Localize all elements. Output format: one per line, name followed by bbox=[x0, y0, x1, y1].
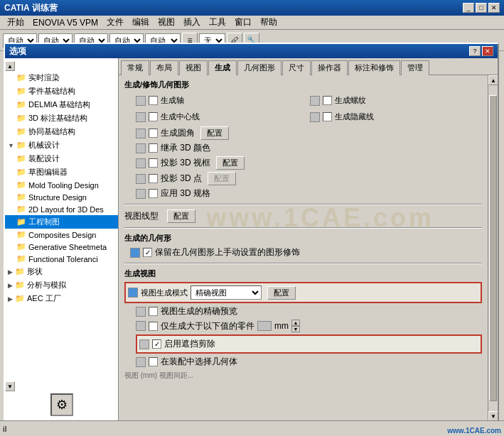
menu-bar: 开始 ENOVIA V5 VPM 文件 编辑 视图 插入 工具 窗口 帮助 bbox=[0, 16, 504, 30]
icon-occlusion bbox=[139, 339, 149, 349]
tab-operator[interactable]: 操作器 bbox=[311, 60, 348, 75]
section-generated-geo-title: 生成的几何形 bbox=[124, 233, 482, 244]
tree-item-collab[interactable]: 📁 协同基础结构 bbox=[5, 125, 118, 138]
menu-help[interactable]: 帮助 bbox=[256, 16, 282, 29]
tree-folder-icon: 📁 bbox=[16, 127, 26, 136]
tree-folder-icon: 📁 bbox=[15, 294, 25, 303]
icon-unit bbox=[257, 321, 272, 331]
tab-generate[interactable]: 生成 bbox=[208, 60, 237, 75]
tree-folder-icon: 📁 bbox=[16, 114, 26, 123]
tab-dimension[interactable]: 尺寸 bbox=[282, 60, 311, 75]
menu-start[interactable]: 开始 bbox=[3, 16, 28, 29]
icon-generate-thread bbox=[310, 96, 320, 106]
tab-manage[interactable]: 管理 bbox=[401, 60, 429, 75]
tree-item-assembly[interactable]: 📁 装配设计 bbox=[5, 152, 118, 165]
hint-text: 视图 (mm) 视图间距... bbox=[124, 371, 482, 381]
menu-edit[interactable]: 编辑 bbox=[128, 16, 154, 29]
tree-item-sketch[interactable]: 📁 草图编辑器 bbox=[5, 165, 118, 179]
config-viewmode-button[interactable]: 配置 bbox=[267, 286, 296, 300]
checkbox-thread[interactable] bbox=[323, 96, 332, 105]
project-point-row: 投影 3D 点 配置 bbox=[136, 172, 482, 185]
fillet-row: 生成圆角 配置 bbox=[136, 126, 482, 140]
tree-panel: ▲ 📁 实时渲染 📁 零件基础结构 📁 DELMIA 基础结构 bbox=[5, 58, 119, 421]
minimize-button[interactable]: _ bbox=[463, 3, 474, 13]
spin-up[interactable]: ▲ bbox=[291, 320, 300, 326]
config-fillet-button[interactable]: 配置 bbox=[200, 126, 229, 140]
tree-item-functional[interactable]: 📁 Functional Toleranci bbox=[5, 253, 118, 265]
tab-bar: 常规 布局 视图 生成 几何图形 尺寸 操作器 标注和修饰 管理 bbox=[119, 58, 498, 75]
checkbox-preview[interactable] bbox=[149, 307, 158, 316]
dialog-close-button[interactable]: ✕ bbox=[482, 46, 493, 56]
tab-view[interactable]: 视图 bbox=[179, 60, 208, 75]
tree-item-realtime[interactable]: 📁 实时渲染 bbox=[5, 71, 118, 85]
checkbox-centerline[interactable] bbox=[149, 112, 158, 121]
tree-scroll-up[interactable]: ▲ bbox=[5, 61, 15, 71]
expand-icon-analysis: ▶ bbox=[8, 282, 13, 289]
icon-generate-axis bbox=[136, 96, 146, 106]
tree-folder-icon: 📁 bbox=[16, 168, 26, 177]
menu-view[interactable]: 视图 bbox=[154, 16, 179, 29]
section-generate-decorate-title: 生成/修饰几何图形 bbox=[124, 80, 482, 90]
tree-item-3d-annot[interactable]: 📁 3D 标注基础结构 bbox=[5, 111, 118, 125]
tree-section-mechanical[interactable]: ▼ 📁 机械设计 bbox=[5, 138, 118, 152]
checkbox-only-generate[interactable] bbox=[149, 322, 158, 331]
tree-item-mold[interactable]: 📁 Mold Tooling Design bbox=[5, 179, 118, 191]
tab-layout[interactable]: 布局 bbox=[150, 60, 178, 75]
tab-general[interactable]: 常规 bbox=[121, 60, 149, 75]
config-point-button[interactable]: 配置 bbox=[208, 172, 236, 185]
tree-item-2dlayout[interactable]: 📁 2D Layout for 3D Des bbox=[5, 203, 118, 215]
separator3 bbox=[124, 263, 482, 264]
scroll-up-arrow[interactable]: ▲ bbox=[488, 75, 498, 85]
menu-file[interactable]: 文件 bbox=[102, 16, 128, 29]
scroll-down-arrow[interactable]: ▼ bbox=[488, 411, 498, 421]
view-linetype-row: 视图线型 配置 bbox=[124, 209, 482, 223]
tree-item-composites[interactable]: 📁 Composites Design bbox=[5, 229, 118, 241]
icon-viewmode bbox=[128, 288, 138, 298]
tree-item-sheetmetal[interactable]: 📁 Generative Sheetmeta bbox=[5, 241, 118, 253]
menu-window[interactable]: 窗口 bbox=[230, 16, 256, 29]
checkbox-preserve[interactable] bbox=[143, 248, 152, 257]
project-wireframe-row: 投影 3D 视框 配置 bbox=[136, 156, 482, 170]
bottom-icon[interactable]: ⚙ bbox=[50, 393, 73, 416]
tree-scroll-down[interactable]: ▼ bbox=[5, 381, 15, 391]
checkbox-fillet[interactable] bbox=[149, 129, 158, 138]
checkbox-select-geo[interactable] bbox=[149, 357, 158, 366]
menu-insert[interactable]: 插入 bbox=[179, 16, 205, 29]
spin-arrows[interactable]: ▲ ▼ bbox=[291, 320, 300, 332]
checkbox-point[interactable] bbox=[149, 174, 158, 183]
tree-section-analysis[interactable]: ▶ 📁 分析与模拟 bbox=[5, 278, 118, 292]
expand-icon: ▼ bbox=[8, 142, 14, 149]
checkbox-inherit-color[interactable] bbox=[149, 143, 158, 153]
close-button[interactable]: ✕ bbox=[488, 3, 500, 13]
content-panel: 生成/修饰几何图形 生成轴 生成螺纹 bbox=[119, 75, 488, 421]
tree-folder-icon: 📁 bbox=[15, 280, 25, 290]
tree-folder-icon: 📁 bbox=[16, 192, 26, 202]
tree-item-parts[interactable]: 📁 零件基础结构 bbox=[5, 85, 118, 98]
config-wireframe-button[interactable]: 配置 bbox=[216, 156, 245, 170]
view-mode-select[interactable]: 精确视图 bbox=[191, 285, 262, 300]
tree-section-aec[interactable]: ▶ 📁 AEC 工厂 bbox=[5, 292, 118, 305]
options-dialog: 选项 ? ✕ ▲ 📁 实时渲染 📁 零件基础结构 bbox=[4, 43, 499, 423]
tab-annotation[interactable]: 标注和修饰 bbox=[348, 60, 400, 75]
menu-tools[interactable]: 工具 bbox=[205, 16, 230, 29]
checkbox-hidden[interactable] bbox=[323, 112, 332, 121]
tree-item-structure[interactable]: 📁 Structure Design bbox=[5, 191, 118, 203]
tree-item-drawing[interactable]: 📁 工程制图 bbox=[5, 215, 118, 229]
spin-down[interactable]: ▼ bbox=[291, 326, 300, 332]
config-linetype-button[interactable]: 配置 bbox=[167, 209, 195, 223]
section-generate-view-title: 生成视图 bbox=[124, 268, 482, 279]
content-area: 生成/修饰几何图形 生成轴 生成螺纹 bbox=[119, 75, 498, 421]
tree-section-shape[interactable]: ▶ 📁 形状 bbox=[5, 265, 118, 278]
checkbox-occlusion[interactable] bbox=[152, 339, 161, 349]
checkbox-wireframe[interactable] bbox=[149, 158, 158, 168]
scroll-thumb[interactable] bbox=[489, 95, 497, 401]
checkbox-3dspec[interactable] bbox=[149, 189, 158, 198]
dialog-help-button[interactable]: ? bbox=[469, 46, 481, 56]
tree-item-delmia[interactable]: 📁 DELMIA 基础结构 bbox=[5, 98, 118, 111]
menu-enovia[interactable]: ENOVIA V5 VPM bbox=[28, 17, 102, 28]
checkbox-axis[interactable] bbox=[149, 96, 158, 105]
tab-geometry[interactable]: 几何图形 bbox=[237, 60, 282, 75]
title-controls: _ □ ✕ bbox=[463, 3, 500, 13]
icon-color bbox=[136, 143, 146, 153]
maximize-button[interactable]: □ bbox=[476, 3, 487, 13]
